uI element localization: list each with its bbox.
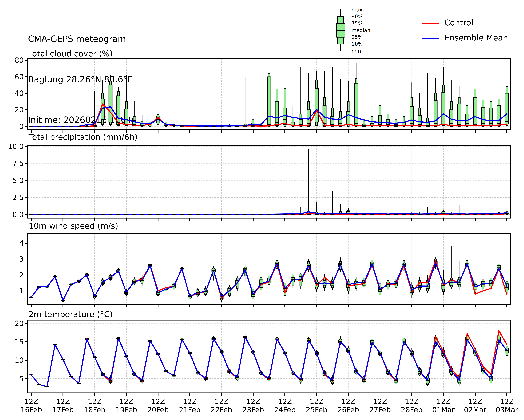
x-tick-time-label: 12Z xyxy=(183,397,197,406)
x-tick-time-label: 12Z xyxy=(310,397,323,406)
x-tick-time-label: 12Z xyxy=(405,397,419,406)
y-tick-label: 7.5 xyxy=(12,159,24,167)
x-tick-time-label: 12Z xyxy=(119,397,133,406)
x-tick-date-label: 01Mar xyxy=(432,406,455,414)
x-tick-date-label: 21Feb xyxy=(179,406,201,414)
x-tick-time-label: 12Z xyxy=(215,397,228,406)
y-tick-label: 0.0 xyxy=(12,210,24,219)
x-axis-labels: 12Z16Feb12Z17Feb12Z18Feb12Z19Feb12Z20Feb… xyxy=(20,397,518,414)
y-tick-label: 60 xyxy=(15,73,24,81)
panel-3: 5101520 xyxy=(15,319,510,396)
y-tick-label: 40 xyxy=(15,89,24,97)
x-tick-date-label: 18Feb xyxy=(84,406,105,414)
panel-0: 020406080 xyxy=(15,56,510,133)
x-tick-time-label: 12Z xyxy=(437,397,450,406)
x-tick-date-label: 17Feb xyxy=(52,406,74,414)
y-tick-label: 1 xyxy=(19,287,24,295)
x-tick-date-label: 03Mar xyxy=(496,406,518,414)
meteogram-chart-canvas: 0204060800.02.55.07.510.01234510152012Z1… xyxy=(0,0,524,420)
y-tick-label: 5.0 xyxy=(12,176,24,185)
y-tick-label: 10 xyxy=(15,356,24,364)
x-tick-date-label: 22Feb xyxy=(211,406,232,414)
y-tick-label: 10.0 xyxy=(8,142,24,150)
x-tick-date-label: 26Feb xyxy=(338,406,359,414)
panel-2: 1234 xyxy=(19,233,510,307)
y-tick-label: 3 xyxy=(19,255,24,263)
y-tick-label: 15 xyxy=(15,338,24,346)
x-tick-date-label: 24Feb xyxy=(274,406,296,414)
y-tick-label: 0 xyxy=(19,122,24,131)
x-tick-time-label: 12Z xyxy=(88,397,102,406)
x-tick-date-label: 02Mar xyxy=(464,406,486,414)
y-tick-label: 5 xyxy=(19,375,24,383)
x-tick-date-label: 23Feb xyxy=(242,406,264,414)
y-tick-label: 20 xyxy=(15,106,24,114)
panel-1: 0.02.55.07.510.0 xyxy=(8,142,510,221)
y-tick-label: 2.5 xyxy=(12,193,24,202)
x-tick-time-label: 12Z xyxy=(500,397,514,406)
x-tick-time-label: 12Z xyxy=(373,397,387,406)
x-tick-date-label: 28Feb xyxy=(401,406,423,414)
x-tick-date-label: 19Feb xyxy=(115,406,137,414)
x-tick-time-label: 12Z xyxy=(341,397,355,406)
x-tick-date-label: 16Feb xyxy=(20,406,42,414)
x-tick-date-label: 27Feb xyxy=(369,406,391,414)
x-tick-date-label: 25Feb xyxy=(306,406,327,414)
x-tick-time-label: 12Z xyxy=(151,397,165,406)
x-tick-date-label: 20Feb xyxy=(147,406,169,414)
x-tick-time-label: 12Z xyxy=(24,397,38,406)
y-tick-label: 2 xyxy=(19,271,24,279)
x-tick-time-label: 12Z xyxy=(278,397,292,406)
x-tick-time-label: 12Z xyxy=(56,397,70,406)
x-tick-time-label: 12Z xyxy=(468,397,482,406)
y-tick-label: 4 xyxy=(19,239,24,247)
x-tick-time-label: 12Z xyxy=(246,397,260,406)
y-tick-label: 20 xyxy=(15,319,24,328)
y-tick-label: 80 xyxy=(15,56,24,64)
